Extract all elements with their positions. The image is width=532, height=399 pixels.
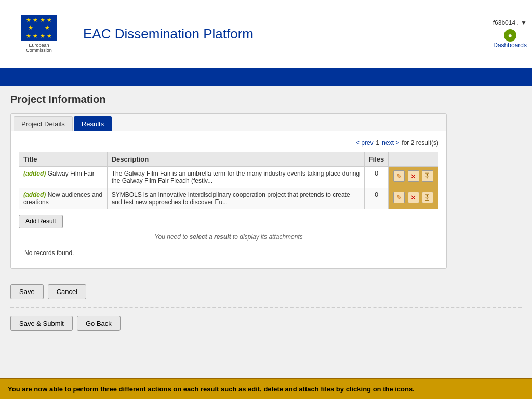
col-title: Title: [19, 152, 108, 167]
row1-title: Galway Film Fair: [48, 170, 95, 177]
col-files: Files: [364, 152, 389, 167]
eu-logo-text: EuropeanCommission: [26, 43, 52, 53]
user-menu[interactable]: f63b014 . ▼: [493, 19, 527, 26]
no-records-box: No records found.: [19, 246, 438, 260]
row2-edit-button[interactable]: ✎: [393, 192, 405, 203]
row1-badge: (added): [23, 170, 46, 177]
page-title: Project Information: [10, 94, 522, 105]
col-description: Description: [107, 152, 364, 167]
site-title: EAC Dissemination Platform: [83, 26, 493, 42]
hint-suffix: to display its attachments: [231, 233, 303, 241]
row1-description: The Galway Film Fair is an umbrella term…: [107, 167, 364, 188]
tab-project-details[interactable]: Project Details: [14, 116, 73, 131]
row2-delete-button[interactable]: ✕: [408, 192, 419, 203]
row1-edit-button[interactable]: ✎: [393, 170, 405, 182]
hint-prefix: You need to: [154, 233, 189, 241]
results-table: Title Description Files (added) Galway F…: [19, 152, 438, 209]
tabs-bar: Project Details Results: [11, 114, 446, 131]
current-page: 1: [376, 139, 380, 147]
row2-attach-button[interactable]: 🗄: [422, 192, 433, 203]
hint-bold: select a result: [190, 233, 231, 241]
pagination: < prev 1 next > for 2 result(s): [19, 139, 438, 147]
save-cancel-bar: Save Cancel: [0, 276, 532, 307]
save-submit-button[interactable]: Save & Submit: [10, 316, 73, 331]
page-content: Project Information Project Details Resu…: [0, 86, 532, 276]
tab-results[interactable]: Results: [74, 116, 112, 131]
row2-badge: (added): [23, 191, 46, 198]
results-tab-content: < prev 1 next > for 2 result(s) Title De…: [11, 131, 446, 268]
total-results: for 2 result(s): [402, 139, 438, 147]
row2-description: SYMBOLS is an innovative interdisciplina…: [107, 188, 364, 209]
row2-files: 0: [364, 188, 389, 209]
dashboards-label: Dashboards: [493, 42, 527, 49]
top-bar: ★ ★ ★ ★★ ★★ ★ ★ ★ EuropeanCommission EAC…: [0, 0, 532, 70]
table-row: (added) Galway Film Fair The Galway Film…: [19, 167, 438, 188]
dashboards-button[interactable]: ● Dashboards: [493, 29, 527, 49]
submit-bar: Save & Submit Go Back: [0, 308, 532, 339]
col-actions: [389, 152, 438, 167]
add-result-button[interactable]: Add Result: [19, 215, 63, 228]
top-right-area: f63b014 . ▼ ● Dashboards: [493, 19, 527, 49]
eu-logo: ★ ★ ★ ★★ ★★ ★ ★ ★ EuropeanCommission: [5, 3, 73, 65]
cancel-button[interactable]: Cancel: [48, 284, 86, 299]
nav-bar: [0, 70, 532, 86]
row1-attach-button[interactable]: 🗄: [422, 170, 433, 182]
table-header-row: Title Description Files: [19, 152, 438, 167]
row1-delete-button[interactable]: ✕: [408, 170, 419, 182]
row1-files: 0: [364, 167, 389, 188]
row2-actions: ✎ ✕ 🗄: [389, 188, 438, 209]
row1-actions: ✎ ✕ 🗄: [389, 167, 438, 188]
table-row: (added) New audiences and creations SYMB…: [19, 188, 438, 209]
dashboards-icon: ●: [504, 29, 516, 42]
next-link[interactable]: next >: [382, 139, 399, 147]
row2-title-cell[interactable]: (added) New audiences and creations: [19, 188, 108, 209]
save-button[interactable]: Save: [10, 284, 44, 299]
row1-title-cell[interactable]: (added) Galway Film Fair: [19, 167, 108, 188]
attachment-hint: You need to select a result to display i…: [19, 233, 438, 241]
go-back-button[interactable]: Go Back: [77, 316, 121, 331]
project-info-card: Project Details Results < prev 1 next > …: [10, 113, 447, 269]
prev-link[interactable]: < prev: [356, 139, 374, 147]
